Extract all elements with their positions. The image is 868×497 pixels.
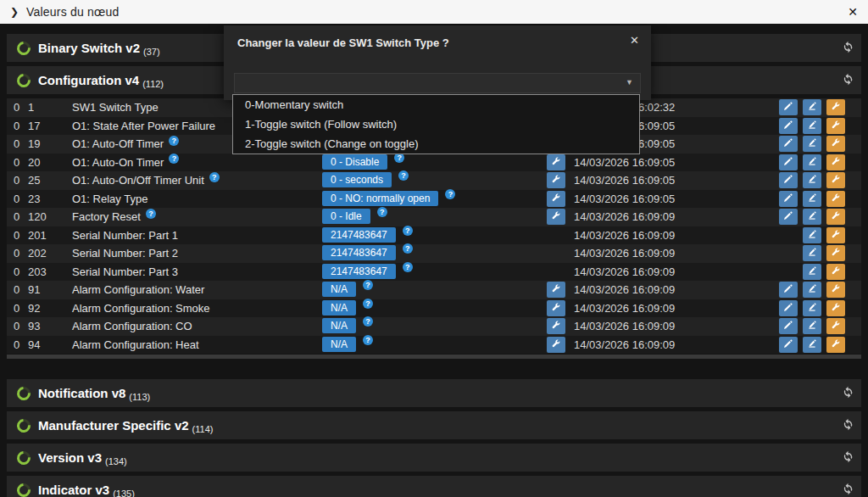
value-badge: N/A (322, 337, 356, 352)
set-value-button[interactable] (547, 209, 565, 225)
configure-value-button[interactable] (826, 337, 845, 353)
help-icon[interactable]: ? (403, 226, 413, 236)
poll-value-button[interactable] (803, 300, 821, 316)
help-icon[interactable]: ? (169, 136, 179, 146)
wrench-icon (551, 193, 561, 205)
edit-value-button[interactable] (779, 209, 798, 225)
table-row: 0120Factory Reset?0 - Idle?14/03/2026 16… (7, 208, 861, 226)
refresh-section-button[interactable] (840, 418, 855, 433)
help-icon[interactable]: ? (377, 207, 387, 217)
refresh-section-button[interactable] (840, 386, 855, 401)
help-icon[interactable]: ? (398, 170, 409, 181)
edit-value-button[interactable] (779, 118, 798, 134)
set-value-button[interactable] (547, 154, 565, 170)
pencil-icon (783, 283, 793, 296)
configure-value-button[interactable] (826, 172, 845, 188)
edit-value-button[interactable] (779, 136, 798, 152)
endpoint-cell: 0 (14, 281, 19, 299)
configure-value-button[interactable] (826, 154, 845, 170)
poll-value-button[interactable] (803, 318, 821, 334)
poll-value-button[interactable] (803, 227, 821, 243)
poll-value-button[interactable] (803, 282, 821, 298)
select-option[interactable]: 0-Momentary switch (233, 95, 639, 114)
help-icon[interactable]: ? (209, 172, 220, 182)
edit-value-button[interactable] (779, 154, 798, 170)
configure-value-button[interactable] (826, 227, 845, 243)
help-icon[interactable]: ? (445, 189, 455, 199)
help-icon[interactable]: ? (169, 154, 179, 164)
set-value-button[interactable] (547, 282, 565, 298)
help-icon[interactable]: ? (363, 335, 373, 345)
close-panel-icon[interactable]: ✕ (848, 6, 858, 18)
param-label-cell: O1: State After Power Failure (72, 117, 215, 136)
poll-value-button[interactable] (803, 191, 821, 207)
section-header-notification-v8[interactable]: Notification v8(113) (7, 379, 861, 407)
set-value-button[interactable] (547, 337, 565, 353)
poll-value-button[interactable] (803, 337, 821, 353)
section-count: (114) (192, 424, 214, 434)
param-label-cell: Serial Number: Part 2 (72, 244, 178, 263)
poll-value-button[interactable] (803, 209, 821, 225)
poll-value-button[interactable] (803, 118, 821, 134)
edit-value-button[interactable] (779, 282, 798, 298)
value-select[interactable]: ▼ (234, 73, 641, 93)
configure-value-button[interactable] (826, 99, 845, 115)
horizontal-scrollbar[interactable] (7, 355, 861, 359)
poll-value-button[interactable] (803, 172, 821, 188)
help-icon[interactable]: ? (363, 316, 373, 327)
configure-value-button[interactable] (826, 282, 845, 298)
help-icon[interactable]: ? (403, 262, 413, 272)
set-value-button[interactable] (547, 300, 565, 316)
configure-value-button[interactable] (826, 191, 845, 207)
set-value-button[interactable] (547, 172, 565, 188)
edit-value-button[interactable] (779, 318, 798, 334)
edit-value-button[interactable] (779, 300, 798, 316)
value-cell: N/A? (322, 300, 373, 316)
value-badge: 2147483647 (322, 245, 396, 260)
edit-value-button[interactable] (779, 191, 798, 207)
poll-value-button[interactable] (803, 264, 821, 280)
configure-value-button[interactable] (826, 300, 845, 316)
timestamp: 14/03/2026 16:09:09 (574, 317, 675, 336)
configure-value-button[interactable] (826, 209, 845, 225)
refresh-section-button[interactable] (840, 41, 855, 56)
select-option[interactable]: 1-Toggle switch (Follow switch) (233, 114, 639, 134)
set-value-button[interactable] (547, 318, 565, 334)
help-icon[interactable]: ? (363, 280, 373, 290)
poll-value-button[interactable] (803, 136, 821, 152)
configure-value-button[interactable] (826, 136, 845, 152)
table-row: 020O1: Auto-On Timer?0 - Disable?14/03/2… (7, 154, 861, 172)
select-option[interactable]: 2-Toggle switch (Change on toggle) (233, 134, 639, 154)
param-label: Serial Number: Part 1 (72, 229, 178, 242)
edit-value-button[interactable] (779, 99, 798, 115)
section-header-manufacturer-specific-v2[interactable]: Manufacturer Specific v2(114) (7, 411, 861, 439)
poll-value-button[interactable] (803, 154, 821, 170)
dialog-title: Changer la valeur de SW1 Switch Type ? (237, 36, 449, 49)
value-badge: 2147483647 (322, 227, 396, 243)
edit-value-button[interactable] (779, 172, 798, 188)
configure-value-button[interactable] (826, 245, 845, 261)
help-icon[interactable]: ? (363, 299, 373, 309)
value-cell: N/A? (322, 337, 373, 352)
poll-value-button[interactable] (803, 245, 821, 261)
edit-value-button[interactable] (779, 337, 798, 353)
param-id-cell: 203 (28, 263, 47, 282)
help-icon[interactable]: ? (403, 243, 413, 254)
pencil2-icon (807, 210, 817, 223)
help-icon[interactable]: ? (146, 209, 156, 219)
pencil-icon (783, 320, 793, 332)
configure-value-button[interactable] (826, 318, 845, 334)
configure-value-button[interactable] (826, 118, 845, 134)
set-value-button[interactable] (547, 191, 565, 207)
refresh-section-button[interactable] (840, 450, 855, 466)
param-id-cell: 202 (28, 244, 47, 263)
section-header-indicator-v3[interactable]: Indicator v3(135) (7, 476, 861, 497)
refresh-section-button[interactable] (840, 483, 855, 497)
section-header-version-v3[interactable]: Version v3(134) (7, 444, 861, 472)
dialog-close-icon[interactable]: ✕ (630, 35, 639, 46)
poll-value-button[interactable] (803, 99, 821, 115)
refresh-section-button[interactable] (840, 73, 855, 88)
param-id-cell: 93 (28, 317, 40, 336)
value-badge: N/A (322, 282, 356, 297)
configure-value-button[interactable] (826, 264, 845, 280)
